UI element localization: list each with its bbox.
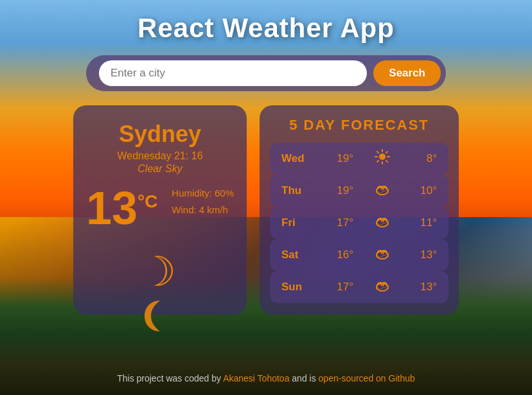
forecast-rows: Wed 19° 8° Thu 19° xyxy=(270,143,448,303)
forecast-panel: 5 DAY FORECAST Wed 19° 8° Thu 19° xyxy=(260,105,459,315)
footer: This project was coded by Akanesi Tohoto… xyxy=(117,373,415,389)
forecast-high-3: 16° xyxy=(324,249,353,261)
cloud-icon xyxy=(374,213,391,229)
footer-text-before: This project was coded by xyxy=(117,373,223,383)
cloud-icon xyxy=(374,277,391,294)
forecast-low-3: 13° xyxy=(411,249,437,261)
moon-icon xyxy=(139,248,181,289)
forecast-day-2: Fri xyxy=(281,216,307,229)
svg-line-8 xyxy=(386,152,387,153)
footer-text-middle: and is xyxy=(292,373,318,383)
forecast-low-1: 10° xyxy=(411,184,437,197)
forecast-row: Thu 19° 10° xyxy=(270,175,448,207)
search-button[interactable]: Search xyxy=(373,60,441,86)
forecast-row: Wed 19° 8° xyxy=(270,143,448,175)
city-condition: Clear Sky xyxy=(137,163,182,175)
forecast-low-4: 13° xyxy=(411,281,437,294)
forecast-high-1: 19° xyxy=(324,184,353,197)
forecast-row: Sat 16° 13° xyxy=(270,239,448,271)
wind-label: Wind: 4 km/h xyxy=(172,202,234,218)
forecast-low-0: 8° xyxy=(411,152,437,165)
cloud-icon xyxy=(374,180,391,197)
forecast-low-2: 11° xyxy=(411,216,437,229)
forecast-day-3: Sat xyxy=(281,249,307,261)
temperature-row: 13 °C Humidity: 60% Wind: 4 km/h xyxy=(86,185,234,231)
cloud-icon xyxy=(374,245,391,261)
svg-line-5 xyxy=(377,152,378,153)
svg-point-0 xyxy=(379,154,386,160)
forecast-row: Fri 17° 11° xyxy=(270,207,448,239)
search-bar: Search xyxy=(86,55,446,91)
forecast-icon-2 xyxy=(371,213,394,233)
forecast-icon-4 xyxy=(371,277,394,297)
forecast-icon-1 xyxy=(371,180,394,201)
svg-line-6 xyxy=(386,161,387,162)
footer-author-link[interactable]: Akanesi Tohotoa xyxy=(223,373,289,383)
forecast-day-0: Wed xyxy=(281,152,307,165)
city-date: Wednesday 21: 16 xyxy=(117,150,202,162)
sun-icon xyxy=(374,148,391,165)
forecast-high-2: 17° xyxy=(324,216,353,229)
forecast-high-0: 19° xyxy=(324,152,353,165)
temperature-unit: °C xyxy=(137,191,157,212)
main-content: React Weather App Search Sydney Wednesda… xyxy=(0,0,532,395)
svg-line-7 xyxy=(377,161,378,162)
forecast-icon-0 xyxy=(371,148,394,169)
city-name: Sydney xyxy=(119,121,201,148)
forecast-row: Sun 17° 13° xyxy=(270,271,448,303)
footer-github-link[interactable]: open-sourced on Github xyxy=(319,373,415,383)
humidity-label: Humidity: 60% xyxy=(172,185,234,202)
weather-container: Sydney Wednesday 21: 16 Clear Sky 13 °C … xyxy=(73,105,459,315)
forecast-title: 5 DAY FORECAST xyxy=(270,117,448,134)
app-title: React Weather App xyxy=(137,13,395,44)
forecast-day-1: Thu xyxy=(281,184,307,197)
forecast-day-4: Sun xyxy=(281,281,307,294)
current-weather-panel: Sydney Wednesday 21: 16 Clear Sky 13 °C … xyxy=(73,105,247,315)
search-input[interactable] xyxy=(99,60,367,86)
temperature-group: 13 °C xyxy=(86,185,158,231)
weather-details: Humidity: 60% Wind: 4 km/h xyxy=(172,185,234,218)
forecast-icon-3 xyxy=(371,245,394,265)
forecast-high-4: 17° xyxy=(324,281,353,294)
temperature-value: 13 xyxy=(86,185,137,231)
